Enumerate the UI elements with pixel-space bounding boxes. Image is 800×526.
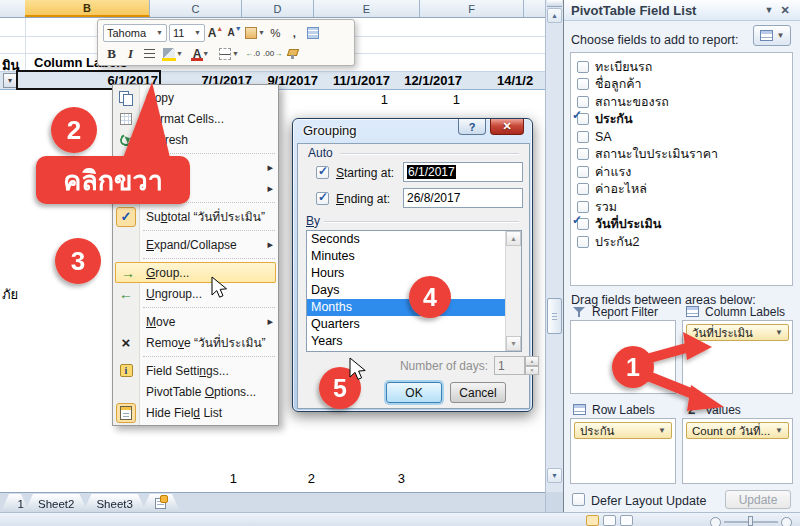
by-option-quarters[interactable]: Quarters xyxy=(307,316,521,333)
field-checkbox[interactable] xyxy=(577,183,589,195)
font-size-combo[interactable]: 11▼ xyxy=(169,24,205,42)
center-button[interactable] xyxy=(141,45,158,63)
font-name-combo[interactable]: Tahoma▼ xyxy=(103,24,167,42)
starting-at-input[interactable]: 6/1/2017 xyxy=(403,162,523,182)
borders-button[interactable]: ▼ xyxy=(216,45,242,63)
by-listbox[interactable]: SecondsMinutesHoursDaysMonthsQuartersYea… xyxy=(306,230,522,352)
by-option-days[interactable]: Days xyxy=(307,282,521,299)
pivot-count-cell[interactable]: 1 xyxy=(366,92,388,107)
menu-item-hidden[interactable]: ▸ xyxy=(113,178,278,199)
menu-item-pivottable-options[interactable]: PivotTable Options... xyxy=(113,381,278,402)
panel-close-button[interactable]: ✕ xyxy=(777,4,793,17)
field-checkbox[interactable] xyxy=(577,201,589,213)
scroll-down-button[interactable]: ▼ xyxy=(506,336,521,351)
menu-item-refresh[interactable]: Refresh xyxy=(113,129,278,150)
field-item-ค่าแรง[interactable]: ค่าแรง xyxy=(571,163,792,180)
column-header-C[interactable]: C xyxy=(150,0,242,17)
format-painter-dropdown[interactable]: ▼ xyxy=(245,24,265,42)
scroll-up-button[interactable]: ▲ xyxy=(547,8,562,23)
scrollbar-thumb[interactable] xyxy=(547,298,562,334)
pivot-date-cell[interactable]: 12/1/2017 xyxy=(384,73,462,89)
shrink-font-button[interactable]: A▼ xyxy=(226,24,243,42)
fill-color-button[interactable]: ▼ xyxy=(160,45,186,63)
menu-item-expand-collapse[interactable]: Expand/Collapse▸ xyxy=(113,234,278,255)
close-button[interactable]: ✕ xyxy=(490,119,524,135)
row-labels-field-button[interactable]: ประกัน▼ xyxy=(574,422,672,439)
scrollbar-split-handle[interactable] xyxy=(547,0,562,7)
worksheet-value-cell[interactable]: 2 xyxy=(285,471,315,487)
zoom-slider-thumb[interactable] xyxy=(748,516,753,526)
listbox-scrollbar[interactable]: ▲ ▼ xyxy=(505,231,521,351)
help-button[interactable]: ? xyxy=(458,119,486,135)
column-header-B[interactable]: B xyxy=(25,0,150,17)
field-checkbox[interactable] xyxy=(577,166,589,178)
percent-style-button[interactable]: % xyxy=(267,24,284,42)
sheet-tab-sheet3[interactable]: Sheet3 xyxy=(82,494,146,513)
menu-item-hidden[interactable]: ▸ xyxy=(113,157,278,178)
insert-worksheet-tab[interactable] xyxy=(141,494,181,513)
scroll-up-button[interactable]: ▲ xyxy=(506,231,521,246)
format-painter-button[interactable] xyxy=(284,45,301,63)
field-checkbox[interactable] xyxy=(577,78,589,90)
field-checkbox[interactable] xyxy=(577,236,589,248)
pivot-count-cell[interactable]: 1 xyxy=(438,92,460,107)
normal-view-button[interactable] xyxy=(586,515,599,526)
italic-button[interactable]: I xyxy=(122,45,139,63)
bold-button[interactable]: B xyxy=(103,45,120,63)
values-field-button[interactable]: Count of วันที่...▼ xyxy=(686,422,789,439)
ending-at-input[interactable]: 26/8/2017 xyxy=(403,188,523,208)
menu-item-field-settings[interactable]: iField Settings... xyxy=(113,360,278,381)
field-item-ค่าอะไหล่[interactable]: ค่าอะไหล่ xyxy=(571,181,792,198)
starting-at-checkbox[interactable] xyxy=(316,166,329,179)
filter-dropdown-button[interactable]: ▾ xyxy=(3,73,17,88)
sheet-tab-sheet2[interactable]: Sheet2 xyxy=(24,494,88,513)
field-item-สถานะของรถ[interactable]: สถานะของรถ xyxy=(571,93,792,110)
ending-at-checkbox[interactable] xyxy=(316,192,329,205)
pivot-date-cell[interactable]: 14/1/2 xyxy=(497,73,543,89)
worksheet-value-cell[interactable]: 3 xyxy=(375,471,405,487)
worksheet-value-cell[interactable]: 1 xyxy=(207,471,237,487)
column-labels-field-button[interactable]: วันที่ประเมิน▼ xyxy=(686,324,789,341)
field-checkbox[interactable] xyxy=(577,96,589,108)
field-list-layout-button[interactable]: ▼ xyxy=(753,25,791,46)
field-item-ประกัน[interactable]: ประกัน xyxy=(571,111,792,128)
by-option-months[interactable]: Months xyxy=(307,299,521,316)
menu-item-remove-วันที่ประเมิน[interactable]: ×Remove “วันที่ประเมิน” xyxy=(113,332,278,353)
report-filter-area[interactable] xyxy=(570,320,676,394)
menu-item-subtotal-วันที่ประเมิน[interactable]: ✓Subtotal “วันที่ประเมิน” xyxy=(113,206,278,227)
field-item-รวม[interactable]: รวม xyxy=(571,198,792,215)
field-item-สถานะใบประเมินราคา[interactable]: สถานะใบประเมินราคา xyxy=(571,146,792,163)
by-option-minutes[interactable]: Minutes xyxy=(307,248,521,265)
field-item-sa[interactable]: SA xyxy=(571,128,792,145)
menu-item-copy[interactable]: Copy xyxy=(113,87,278,108)
vertical-scrollbar[interactable]: ▲ ▼ xyxy=(545,0,563,492)
by-option-years[interactable]: Years xyxy=(307,333,521,350)
zoom-out-button[interactable] xyxy=(710,517,721,526)
column-header-F[interactable]: F xyxy=(420,0,524,17)
pivot-date-cell[interactable]: 11/1/2017 xyxy=(312,73,390,89)
field-item-ประกัน2[interactable]: ประกัน2 xyxy=(571,233,792,250)
scroll-down-button[interactable]: ▼ xyxy=(547,468,562,483)
panel-menu-button[interactable]: ▼ xyxy=(761,5,777,15)
field-checkbox[interactable] xyxy=(577,113,589,125)
decrease-decimal-button[interactable]: .00→ xyxy=(263,45,282,63)
by-option-hours[interactable]: Hours xyxy=(307,265,521,282)
menu-item-hide-field-list[interactable]: Hide Field List xyxy=(113,402,278,423)
zoom-in-button[interactable] xyxy=(781,517,792,526)
field-item-วันที่ประเมิน[interactable]: วันที่ประเมิน xyxy=(571,216,792,233)
menu-item-move[interactable]: Move▸ xyxy=(113,311,278,332)
field-item-ชื่อลูกค้า[interactable]: ชื่อลูกค้า xyxy=(571,76,792,93)
column-header-E[interactable]: E xyxy=(314,0,420,17)
field-checkbox[interactable] xyxy=(577,218,589,230)
increase-decimal-button[interactable]: ←.0 xyxy=(244,45,261,63)
column-header-D[interactable]: D xyxy=(242,0,314,17)
page-layout-view-button[interactable] xyxy=(603,515,616,526)
field-checkbox[interactable] xyxy=(577,61,589,73)
grow-font-button[interactable]: A▲ xyxy=(207,24,224,42)
by-option-seconds[interactable]: Seconds xyxy=(307,231,521,248)
field-checkbox[interactable] xyxy=(577,148,589,160)
menu-item-group[interactable]: →Group... xyxy=(115,262,276,283)
update-button[interactable]: Update xyxy=(725,490,791,509)
comma-style-button[interactable]: , xyxy=(286,24,303,42)
page-break-view-button[interactable] xyxy=(620,515,633,526)
